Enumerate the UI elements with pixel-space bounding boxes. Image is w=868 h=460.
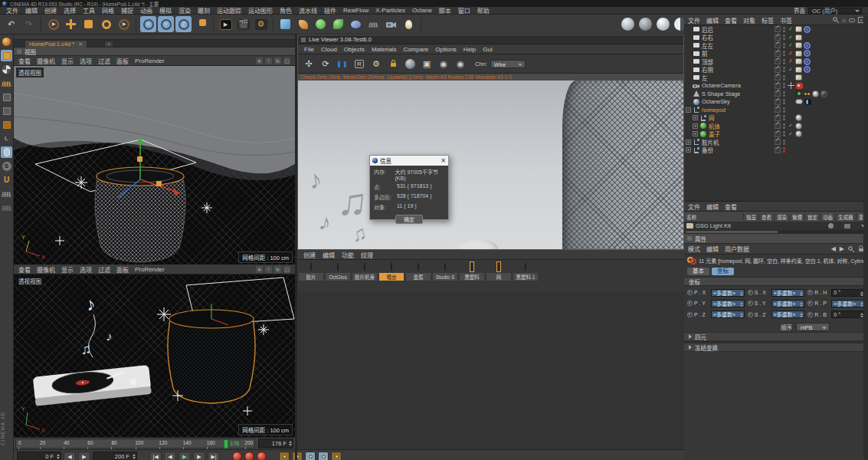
compositing-tag-icon[interactable] <box>804 66 811 73</box>
info-dialog[interactable]: 信息 ✕ 内存:大约 97005千字节(KB) 点:531 ( 671813 )… <box>369 155 449 220</box>
table-row[interactable]: S Shape Stage <box>684 90 868 98</box>
visibility-dots[interactable] <box>782 99 786 104</box>
history-forward-icon[interactable]: ▶ <box>840 245 844 252</box>
layer-row[interactable]: GSG Light Kit <box>684 222 868 230</box>
go-to-start-button[interactable]: |◀ <box>149 452 162 460</box>
texture-mode-button[interactable] <box>1 64 12 75</box>
object-label[interactable]: 前 <box>702 49 708 58</box>
viewport-perspective-bottom[interactable]: ♪ ♪ ♫ X Y 透视视图 网格间距 : 100 cm <box>14 274 295 437</box>
autokey-button[interactable] <box>244 452 254 460</box>
visibility-dots[interactable] <box>782 59 786 64</box>
om-menu-file[interactable]: 文件 <box>688 16 700 25</box>
table-row[interactable]: + 网 <box>684 114 868 123</box>
menu-help[interactable]: 帮助 <box>477 6 490 15</box>
visibility-dots[interactable] <box>782 123 786 129</box>
visibility-dots[interactable] <box>782 107 786 113</box>
coordinate-system-button[interactable] <box>193 16 209 32</box>
octane-camera-tag-icon[interactable] <box>796 83 803 89</box>
search-icon[interactable] <box>833 17 839 23</box>
menu-plugins[interactable]: 插件 <box>324 6 336 15</box>
material-tag-icon[interactable] <box>795 130 802 137</box>
record-keyframe-button[interactable] <box>232 452 242 460</box>
visibility-dots[interactable] <box>782 67 786 72</box>
rp-field[interactable]: «多重数» <box>831 300 865 307</box>
object-label[interactable]: 备份 <box>702 146 713 154</box>
range-prev-button[interactable]: ◀ <box>64 452 76 460</box>
lv-menu-cloud[interactable]: Cloud <box>321 46 337 53</box>
vp-menu-options[interactable]: 选项 <box>80 265 92 274</box>
material-item[interactable]: 金属 <box>406 261 431 290</box>
object-label[interactable]: 网 <box>709 113 715 122</box>
vp-menu-panel[interactable]: 面板 <box>116 265 129 274</box>
key-radio-icon[interactable] <box>687 312 693 317</box>
visibility-dots[interactable] <box>782 75 786 80</box>
attr-menu-edit[interactable]: 编辑 <box>706 245 719 253</box>
menu-pipeline[interactable]: 流水线 <box>299 6 317 15</box>
object-label[interactable]: 左左 <box>702 41 713 50</box>
material-item[interactable]: 黑塑料.1 <box>513 261 538 290</box>
menu-realflow[interactable]: RealFlow <box>343 7 368 14</box>
path-bar-icon[interactable] <box>849 18 855 22</box>
material-item[interactable]: 胶片机身 <box>352 261 377 290</box>
br-menu-file[interactable]: 文件 <box>688 202 700 211</box>
settings-gear-button[interactable]: ⚙ <box>369 57 383 71</box>
menu-mograph[interactable]: 运动图形 <box>248 6 273 15</box>
edit-toggle-icon[interactable] <box>775 58 781 64</box>
material-item[interactable]: OctGlos <box>326 261 350 290</box>
edit-toggle-icon[interactable] <box>775 131 781 137</box>
sz-field[interactable]: «多重数» <box>771 310 805 318</box>
lock-x-axis-button[interactable]: X <box>140 16 156 32</box>
visibility-dots[interactable] <box>782 147 786 153</box>
object-label[interactable]: OctaneSky <box>702 98 730 105</box>
table-row[interactable]: 右侧 ✓ <box>684 66 868 74</box>
vp-menu-camera[interactable]: 摄像机 <box>37 57 55 65</box>
edit-toggle-icon[interactable] <box>775 115 781 121</box>
channel-dropdown[interactable]: Wire <box>490 60 526 68</box>
om-menu-edit[interactable]: 编辑 <box>706 16 719 25</box>
menu-character[interactable]: 角色 <box>280 6 292 15</box>
go-to-end-button[interactable]: ▶| <box>208 452 220 460</box>
object-label[interactable]: 右右 <box>702 33 713 41</box>
table-row[interactable]: + 备份 <box>684 146 868 155</box>
vp-menu-display[interactable]: 显示 <box>61 57 74 65</box>
close-icon[interactable]: ✕ <box>441 157 446 164</box>
vp-menu-prorender[interactable]: ProRender <box>135 58 165 64</box>
tab-coordinates[interactable]: 坐标 <box>712 268 734 275</box>
ok-button[interactable]: 确定 <box>395 215 423 224</box>
material-tag-icon[interactable] <box>795 123 802 130</box>
menu-select[interactable]: 选择 <box>64 6 76 15</box>
home-icon[interactable]: ⌂ <box>842 17 846 24</box>
lv-menu-objects[interactable]: Objects <box>344 46 365 53</box>
key-rotation-button[interactable] <box>305 452 316 460</box>
col-generators[interactable]: 生成器 <box>836 213 857 221</box>
table-row[interactable]: 左左 ✓ <box>684 41 868 50</box>
material-item-selected[interactable]: 唱台 <box>379 261 404 290</box>
render-view[interactable]: ♪ ♫ ♪ ♫ 信息 ✕ 内存:大约 97005千字节(KB) 点:531 ( … <box>298 80 683 250</box>
lv-menu-materials[interactable]: Materials <box>372 46 396 53</box>
visibility-dots[interactable] <box>782 83 786 88</box>
last-tool-button[interactable]: ➤ <box>116 16 132 32</box>
col-anim[interactable]: 动画 <box>821 213 836 221</box>
menu-render[interactable]: 渲染 <box>179 6 191 15</box>
material-tag-icon[interactable] <box>795 51 802 57</box>
material-tag-icon[interactable] <box>821 90 827 97</box>
pause-render-button[interactable]: ❚❚ <box>336 57 349 71</box>
view-icon[interactable] <box>844 224 850 228</box>
material-item[interactable]: Studio S <box>433 261 457 290</box>
environment-button[interactable] <box>348 16 364 32</box>
disable-cross-icon[interactable]: ✗ <box>788 51 794 57</box>
info-dialog-titlebar[interactable]: 信息 ✕ <box>370 156 448 166</box>
octane-ball-specular[interactable] <box>655 16 671 32</box>
compositing-tag-icon[interactable] <box>804 58 811 65</box>
disable-cross-icon[interactable]: ✗ <box>788 58 794 64</box>
col-render[interactable]: 渲染 <box>775 213 790 221</box>
vp-menu-view[interactable]: 查看 <box>18 57 31 65</box>
om-menu-objects[interactable]: 对象 <box>743 16 755 25</box>
close-tab-icon[interactable]: ✕ <box>78 41 83 48</box>
menu-octane[interactable]: Octane <box>412 7 432 14</box>
lv-menu-gui[interactable]: Gui <box>483 46 492 53</box>
edit-toggle-icon[interactable] <box>775 34 781 41</box>
material-tag-icon[interactable] <box>795 34 802 41</box>
edit-toggle-icon[interactable] <box>775 139 781 145</box>
material-tag-icon[interactable] <box>795 67 802 73</box>
